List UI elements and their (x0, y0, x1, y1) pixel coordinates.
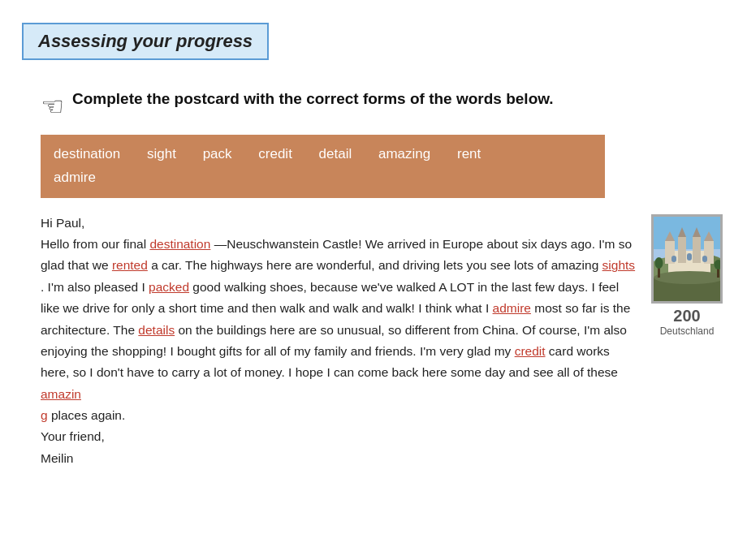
closing: Your friend, (41, 426, 640, 447)
word-bank: destination sight pack credit detail ama… (41, 135, 605, 198)
word-bank-item: credit (258, 143, 292, 166)
postcard-area: Hi Paul, Hello from our final destinatio… (41, 213, 723, 469)
instruction-text: Complete the postcard with the correct f… (72, 89, 554, 110)
word-bank-item: amazing (378, 143, 430, 166)
greeting: Hi Paul, (41, 213, 640, 234)
answer-details: details (138, 323, 175, 337)
answer-amazing-split: amazing (41, 387, 81, 422)
instruction-row: ☞ Complete the postcard with the correct… (41, 89, 723, 122)
word-bank-item: pack (203, 143, 232, 166)
answer-rented: rented (112, 258, 148, 272)
answer-destination: destination (149, 237, 210, 251)
answer-credit: credit (515, 344, 546, 358)
answer-admire: admire (493, 301, 531, 315)
word-bank-item: detail (319, 143, 352, 166)
svg-rect-8 (678, 237, 686, 263)
svg-point-20 (655, 257, 663, 269)
svg-rect-16 (687, 253, 692, 261)
word-bank-item: destination (54, 143, 120, 166)
answer-sights: sights (602, 258, 636, 272)
pointing-hand-icon: ☞ (41, 91, 64, 122)
page-title: Assessing your progress (22, 23, 269, 60)
signature: Meilin (41, 448, 640, 469)
word-bank-item: rent (457, 143, 481, 166)
stamp-country: Deutschland (651, 325, 723, 337)
word-bank-item: sight (147, 143, 176, 166)
svg-point-18 (654, 271, 723, 284)
svg-rect-15 (702, 256, 707, 262)
svg-point-22 (715, 260, 723, 269)
stamp-image (651, 214, 723, 304)
word-bank-item: admire (54, 166, 96, 190)
answer-packed: packed (149, 280, 189, 294)
svg-rect-9 (693, 237, 701, 263)
postcard-body: Hello from our final destination —Neusch… (41, 234, 640, 426)
postcard-text: Hi Paul, Hello from our final destinatio… (41, 213, 640, 469)
main-content: ☞ Complete the postcard with the correct… (41, 89, 723, 469)
stamp-area: 200 Deutschland (651, 214, 723, 337)
svg-rect-14 (671, 256, 676, 262)
stamp-denomination: 200 (651, 307, 723, 325)
